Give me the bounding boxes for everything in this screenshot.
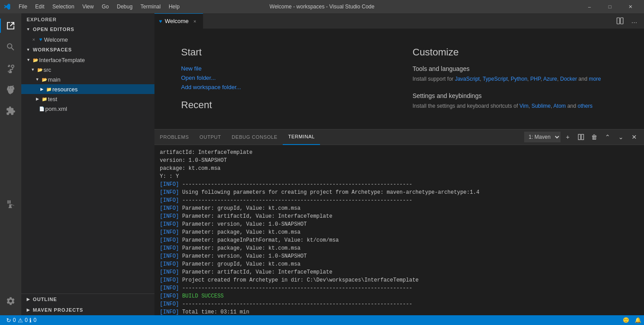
ts-link[interactable]: TypeScript (482, 76, 508, 82)
tools-languages-text: Install support for JavaScript, TypeScri… (413, 75, 618, 83)
tree-main[interactable]: ▼ 📂 main (21, 74, 154, 84)
menu-debug[interactable]: Debug (113, 3, 136, 11)
terminal-line: [INFO] ---------------------------------… (160, 180, 639, 188)
source-control-activity-icon[interactable] (0, 58, 21, 79)
more-actions-button[interactable]: … (628, 15, 640, 27)
tab-debug-console[interactable]: DEBUG CONSOLE (226, 129, 283, 145)
terminal-info-prefix: [INFO] (160, 245, 179, 251)
settings-keybindings-title: Settings and keybindings (413, 92, 618, 99)
tree-src[interactable]: ▼ 📂 src (21, 65, 154, 74)
tree-label-test: test (48, 96, 154, 102)
status-sync[interactable]: ↻ 0 ⚠ 0 ℹ 0 (4, 315, 39, 325)
editor-terminal-split: Start New file Open folder... Add worksp… (154, 29, 644, 315)
atom-link[interactable]: Atom (553, 103, 566, 109)
title-bar-left: File Edit Selection View Go Debug Termin… (4, 3, 183, 11)
new-terminal-button[interactable]: + (561, 131, 574, 143)
sidebar-title: Explorer (21, 13, 154, 24)
terminal-line: [INFO] ---------------------------------… (160, 196, 639, 204)
status-bell[interactable]: 🔔 (632, 315, 644, 325)
js-link[interactable]: JavaScript (455, 76, 480, 82)
settings-activity-icon[interactable] (0, 290, 21, 312)
folder-icon-resources: 📁 (45, 86, 52, 93)
tree-label-main: main (48, 76, 154, 83)
svg-rect-0 (617, 18, 620, 24)
title-bar: File Edit Selection View Go Debug Termin… (0, 0, 644, 13)
docker-link[interactable]: Docker (560, 76, 577, 82)
terminal-scroll-up-button[interactable]: ⌃ (601, 131, 614, 143)
split-editor-button[interactable] (614, 15, 626, 27)
folder-icon: 📂 (32, 56, 39, 63)
folder-chevron-icon-resources: ▶ (38, 86, 45, 93)
maven-projects-header[interactable]: ▶ Maven Projects (21, 305, 154, 315)
new-file-link[interactable]: New file (181, 65, 386, 72)
tab-output[interactable]: OUTPUT (194, 129, 227, 145)
folder-icon-src: 📂 (36, 66, 43, 73)
add-workspace-link[interactable]: Add workspace folder... (181, 84, 386, 90)
explorer-activity-icon[interactable] (0, 15, 21, 36)
menu-file[interactable]: File (15, 3, 31, 11)
debug-activity-icon[interactable] (0, 79, 21, 100)
outline-header[interactable]: ▶ Outline (21, 294, 154, 305)
terminal-line: [INFO] Parameter: artifactId, Value: Int… (160, 212, 639, 220)
php-link[interactable]: PHP (530, 76, 541, 82)
terminal-info-prefix: [INFO] (160, 301, 179, 307)
terminal-info-prefix: [INFO] (160, 269, 179, 275)
maximize-button[interactable]: □ (600, 0, 620, 13)
tree-label-src: src (43, 67, 154, 73)
sublime-link[interactable]: Sublime (531, 103, 550, 109)
more-languages-link[interactable]: more (589, 76, 601, 82)
tab-terminal[interactable]: TERMINAL (283, 129, 320, 145)
svg-rect-2 (578, 134, 581, 140)
extensions-activity-icon[interactable] (0, 100, 21, 121)
vim-link[interactable]: Vim (519, 103, 528, 109)
tab-problems[interactable]: PROBLEMS (154, 129, 194, 145)
menu-selection[interactable]: Selection (49, 3, 78, 11)
welcome-left: Start New file Open folder... Add worksp… (181, 47, 386, 111)
terminal-line: artifactId: InterfaceTemplate (160, 149, 639, 157)
terminal-success-text: BUILD SUCCESS (179, 293, 224, 299)
terminal-info-prefix: [INFO] (160, 181, 179, 188)
terminal-dropdown[interactable]: 1: Maven (524, 132, 561, 142)
status-warnings: 0 (25, 317, 28, 323)
open-editor-welcome[interactable]: × ♥ Welcome (21, 35, 154, 44)
open-editors-header[interactable]: ▼ Open Editors (21, 24, 154, 35)
menu-edit[interactable]: Edit (32, 3, 48, 11)
test-activity-icon[interactable] (0, 194, 21, 215)
menu-help[interactable]: Help (165, 3, 183, 11)
kill-terminal-button[interactable]: 🗑 (588, 131, 601, 143)
menu-view[interactable]: View (79, 3, 97, 11)
tree-InterfaceTemplate[interactable]: ▼ 📂 InterfaceTemplate (21, 55, 154, 65)
open-folder-link[interactable]: Open folder... (181, 74, 386, 81)
azure-link[interactable]: Azure (543, 76, 557, 82)
tree-label-pom: pom.xml (45, 106, 154, 112)
close-button[interactable]: ✕ (620, 0, 640, 13)
terminal-line: [INFO] ---------------------------------… (160, 284, 639, 292)
svg-rect-1 (620, 18, 623, 24)
tab-vscode-icon: ♥ (159, 18, 162, 24)
terminal-controls: 1: Maven + 🗑 ⌃ ⌄ ✕ (524, 131, 644, 143)
tree-pom-xml[interactable]: 📄 pom.xml (21, 104, 154, 114)
terminal-info-prefix: [INFO] (160, 229, 179, 235)
menu-go[interactable]: Go (98, 3, 112, 11)
tab-welcome-close[interactable]: × (191, 18, 198, 25)
menu-terminal[interactable]: Terminal (137, 3, 164, 11)
others-link[interactable]: others (578, 103, 593, 109)
workspaces-header[interactable]: ▼ Workspaces (21, 44, 154, 55)
outline-label: Outline (33, 297, 57, 302)
python-link[interactable]: Python (511, 76, 527, 82)
close-welcome-icon[interactable]: × (30, 36, 37, 43)
terminal-body[interactable]: artifactId: InterfaceTemplateversion: 1.… (154, 145, 644, 315)
terminal-container: PROBLEMS OUTPUT DEBUG CONSOLE TERMINAL 1… (154, 129, 644, 315)
minimize-button[interactable]: – (579, 0, 600, 13)
status-smiley[interactable]: 🙂 (620, 315, 632, 325)
terminal-line: Y: : Y (160, 172, 639, 180)
split-terminal-button[interactable] (575, 131, 587, 143)
terminal-info-prefix: [INFO] (160, 285, 179, 291)
tab-welcome[interactable]: ♥ Welcome × (154, 13, 203, 29)
tree-test[interactable]: ▶ 📁 test (21, 94, 154, 104)
terminal-line: [INFO] BUILD SUCCESS (160, 292, 639, 300)
tree-resources[interactable]: ▶ 📁 resources (21, 84, 154, 94)
close-terminal-button[interactable]: ✕ (628, 131, 640, 143)
search-activity-icon[interactable] (0, 36, 21, 58)
terminal-scroll-down-button[interactable]: ⌄ (615, 131, 627, 143)
